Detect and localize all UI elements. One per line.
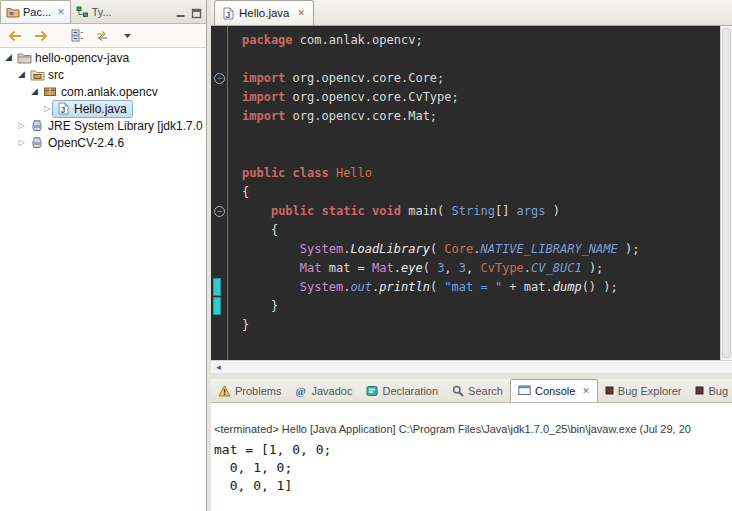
code-line[interactable] [242,126,720,145]
code-token: String [452,204,495,218]
forward-button[interactable] [31,27,49,45]
tree-item-hello-opencv-java[interactable]: ◢hello-opencv-java [0,49,206,66]
expand-arrow-icon[interactable]: ▷ [42,100,53,117]
tree-item-label: OpenCV-2.4.6 [45,136,127,150]
tree-item-opencv-2-4-6[interactable]: ▷OpenCV-2.4.6 [0,134,206,151]
collapse-arrow-icon[interactable]: ◢ [16,66,27,83]
code-token: eye [401,261,423,275]
view-tab-ty[interactable]: Ty... [71,0,117,23]
code-line[interactable]: } [242,316,720,335]
code-line[interactable]: System.LoadLibrary( Core.NATIVE_LIBRARY_… [242,240,720,259]
view-menu-button[interactable] [118,27,136,45]
bottom-view-stack: Problems@JavadocDeclarationSearchConsole… [211,379,732,511]
scrollbar-thumb[interactable] [722,28,731,358]
editor-vertical-scrollbar[interactable] [720,26,732,360]
code-line[interactable]: System.out.println( "mat = " + mat.dump(… [242,278,720,297]
library-icon [29,119,45,132]
code-token: + mat. [502,280,553,294]
code-line[interactable] [242,50,720,69]
occurrence-annotation[interactable] [213,278,221,296]
tab-javadoc[interactable]: @Javadoc [288,379,359,402]
fold-collapse-icon[interactable]: − [214,73,225,84]
collapse-arrow-icon[interactable]: ◢ [29,83,40,100]
svg-text:J: J [60,105,65,115]
package-explorer-toolbar [0,24,206,48]
tab-label: Declaration [382,385,438,397]
code-token: main [408,204,437,218]
code-line[interactable]: import org.opencv.core.CvType; [242,88,720,107]
tree-item-hello-java[interactable]: ▷JHello.java [0,100,206,117]
java-file-icon: J [223,7,234,20]
tab-bug-explorer[interactable]: Bug Explorer [598,379,689,402]
code-token: 3 [459,261,466,275]
code-token: Hello [336,166,372,180]
editor-tab-hello-java[interactable]: J Hello.java ✕ [214,0,314,25]
close-icon[interactable]: ✕ [298,8,306,18]
fold-collapse-icon[interactable]: − [214,206,225,217]
link-with-editor-button[interactable] [93,27,111,45]
close-icon[interactable]: ✕ [582,386,590,396]
tab-problems[interactable]: Problems [211,379,288,402]
code-token: org.opencv.core.Core; [285,71,444,85]
type-hierarchy-icon [76,6,89,18]
code-token: ( [430,242,444,256]
code-line[interactable]: public static void main( String[] args ) [242,202,720,221]
tab-declaration[interactable]: Declaration [359,379,445,402]
code-token: CvType [481,261,524,275]
tab-search[interactable]: Search [445,379,510,402]
code-token: ) [546,204,560,218]
tab-bug[interactable]: Bug [688,379,732,402]
code-line[interactable]: public class Hello [242,164,720,183]
code-token: args [517,204,546,218]
collapse-arrow-icon[interactable]: ◢ [3,49,14,66]
tab-console[interactable]: Console✕ [510,379,598,402]
tree-item-label: com.anlak.opencv [58,85,161,99]
code-token [242,204,271,218]
tab-label: Bug Explorer [618,385,682,397]
view-tab-pac[interactable]: Pac...✕ [0,0,71,23]
editor-horizontal-scrollbar[interactable]: ◂ [211,360,732,373]
tree-item-src[interactable]: ◢src [0,66,206,83]
maximize-view-button[interactable] [191,8,202,19]
editor-tab-label: Hello.java [239,7,290,19]
tab-label: Javadoc [311,385,352,397]
bug-icon [605,386,614,395]
console-line: 0, 0, 1] [214,477,732,495]
close-icon[interactable]: ✕ [57,7,65,17]
code-token: CV_8UC1 [531,261,582,275]
code-token [242,261,300,275]
code-line[interactable]: { [242,183,720,202]
console-output[interactable]: mat = [1, 0, 0; 0, 1, 0; 0, 0, 1] [214,441,732,495]
code-line[interactable]: import org.opencv.core.Core; [242,69,720,88]
code-token: org.opencv.core.CvType; [285,90,458,104]
code-line[interactable] [242,145,720,164]
occurrence-annotation[interactable] [213,297,221,315]
view-tabs: Pac...✕Ty... [0,0,117,23]
code-token: Mat [300,261,322,275]
code-token [242,280,300,294]
expand-arrow-icon[interactable]: ▷ [16,134,27,151]
source-folder-icon [29,69,45,81]
scroll-left-arrow-icon[interactable]: ◂ [211,361,226,373]
code-token: [] [495,204,517,218]
code-token: import [242,71,285,85]
minimize-view-button[interactable] [175,8,186,19]
collapse-all-button[interactable] [68,27,86,45]
back-button[interactable] [6,27,24,45]
code-token: mat = [321,261,372,275]
tab-label: Console [535,385,575,397]
code-line[interactable]: Mat mat = Mat.eye( 3, 3, CvType.CV_8UC1 … [242,259,720,278]
tree-item-content: OpenCV-2.4.6 [27,135,129,151]
code-line[interactable]: { [242,221,720,240]
code-token: "mat = " [444,280,502,294]
code-line[interactable]: } [242,297,720,316]
code-line[interactable]: package com.anlak.opencv; [242,31,720,50]
expand-arrow-icon[interactable]: ▷ [16,117,27,134]
tree-item-com-anlak-opencv[interactable]: ◢com.anlak.opencv [0,83,206,100]
code-token: org.opencv.core.Mat; [285,109,437,123]
code-line[interactable]: import org.opencv.core.Mat; [242,107,720,126]
code-editor[interactable]: package com.anlak.opencv; import org.ope… [229,26,720,360]
tree-item-jre-system-library-jdk1-7-0[interactable]: ▷JRE System Library [jdk1.7.0 [0,117,206,134]
library-icon [29,136,45,149]
code-token: public class [242,166,336,180]
